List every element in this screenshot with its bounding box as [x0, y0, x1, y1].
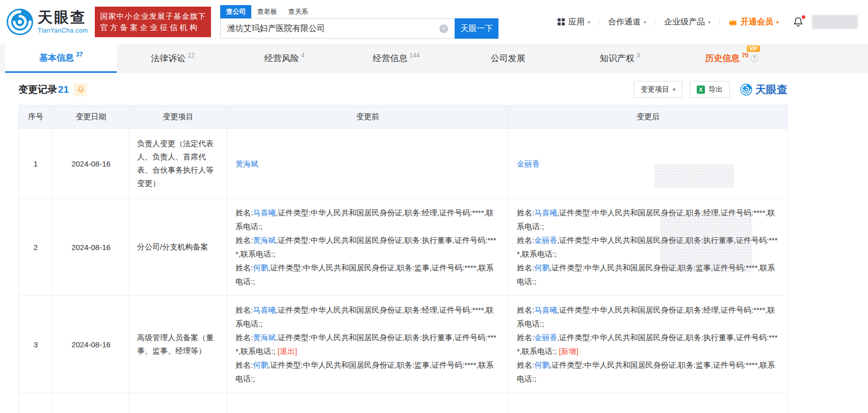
section-title: 变更记录 [18, 83, 57, 96]
text-segment: 姓名: [517, 263, 534, 272]
nav-apps[interactable]: 应用 ▾ [548, 17, 599, 27]
chevron-down-icon: ▾ [776, 19, 779, 25]
person-link[interactable]: 黄海斌 [235, 159, 258, 168]
text-segment: 姓名: [517, 236, 534, 244]
person-link[interactable]: 马喜曦 [253, 208, 276, 217]
top-navigation: 应用 ▾ 合作通道 ▾ 企业级产品 ▾ 开通会员 ▾ [548, 17, 787, 27]
tab-intellectual-property[interactable]: 知识产权 3 [564, 44, 675, 73]
text-segment: ,证件类型:中华人民共和国居民身份证,职务:监事,证件号码:****,联系电话:… [517, 263, 775, 286]
cell-no: 3 [19, 296, 53, 393]
person-record-line: 姓名:黄海斌,证件类型:中华人民共和国居民身份证,职务:执行董事,证件号码:**… [235, 331, 500, 358]
tab-business-risk[interactable]: 经营风险 4 [229, 44, 340, 73]
nav-cooperation[interactable]: 合作通道 ▾ [599, 17, 655, 27]
person-record-line: 黄海斌 [235, 157, 500, 171]
text-segment: 姓名: [235, 208, 253, 217]
search-tab-company[interactable]: 查公司 [220, 5, 251, 18]
cell-after: 姓名:马喜曦,证件类型:中华人民共和国居民身份证,职务:经理,证件号码:****… [509, 199, 788, 296]
tab-count: 37 [76, 51, 83, 58]
person-record-line: 姓名:黄海斌,证件类型:中华人民共和国居民身份证,职务:执行董事,证件号码:**… [235, 233, 500, 261]
section-count: 21 [58, 84, 69, 95]
apps-grid-icon [557, 18, 565, 26]
certification-badge-line2: 官方备案企业征信机构 [100, 22, 206, 33]
table-row: 22024-08-16分公司/分支机构备案姓名:马喜曦,证件类型:中华人民共和国… [19, 199, 788, 296]
tab-history-info[interactable]: VIP 历史信息 70 ? [676, 44, 787, 73]
tab-legal-litigation[interactable]: 法律诉讼 12 [117, 44, 228, 73]
person-link[interactable]: 金丽香 [534, 236, 557, 244]
person-link[interactable]: 马喜曦 [534, 208, 557, 217]
tab-count: 12 [188, 52, 194, 59]
change-record-section-head: 变更记录 21 变更项目 ▾ X 导出 天眼查 [0, 73, 868, 105]
tianyancha-logo-icon [6, 8, 34, 36]
text-segment: 姓名: [235, 306, 253, 314]
text-segment: 姓名: [235, 333, 253, 342]
tab-company-development[interactable]: 公司发展 [452, 44, 564, 73]
search-tab-boss[interactable]: 查老板 [251, 5, 282, 18]
person-record-line: 姓名:马喜曦,证件类型:中华人民共和国居民身份证,职务:经理,证件号码:****… [235, 303, 500, 331]
cell-date: 2024-08-16 [53, 129, 129, 199]
person-link[interactable]: 何鹏 [253, 361, 268, 369]
tab-business-info[interactable]: 经营信息 144 [340, 44, 452, 73]
text-segment: 姓名: [235, 361, 253, 369]
nav-open-vip[interactable]: 开通会员 ▾ [720, 17, 787, 27]
cell-date: 2024-08-16 [53, 296, 129, 393]
vip-badge: VIP [747, 45, 760, 52]
col-header-no: 序号 [19, 105, 53, 129]
change-item-filter-button[interactable]: 变更项目 ▾ [634, 81, 682, 98]
text-segment: ,证件类型:中华人民共和国居民身份证,职务:监事,证件号码:****,联系电话:… [517, 361, 775, 383]
cell-before: 姓名:马喜曦,证件类型:中华人民共和国居民身份证,职务:经理,证件号码:****… [227, 296, 509, 393]
cell-no: 1 [19, 129, 53, 199]
table-row: 32024-08-16高级管理人员备案（董事、监事、经理等）姓名:马喜曦,证件类… [19, 296, 788, 393]
tianyancha-logo[interactable]: 天眼查 TianYanCha.com [6, 8, 88, 36]
question-icon[interactable]: ? [751, 54, 758, 62]
table-row: 12024-08-16负责人变更（法定代表人、负责人、首席代表、合伙事务执行人等… [19, 129, 788, 199]
col-header-date: 变更日期 [53, 105, 129, 129]
change-status-tag: [退出] [278, 347, 297, 355]
search-input[interactable] [220, 18, 455, 39]
subscribe-bell-icon[interactable] [74, 83, 87, 96]
person-link[interactable]: 何鹏 [534, 263, 549, 272]
text-segment: 姓名: [517, 333, 534, 342]
notification-dot [802, 15, 805, 19]
search-area: 查公司 查老板 查关系 × 天眼一下 [220, 5, 498, 39]
person-link[interactable]: 马喜曦 [253, 306, 276, 314]
logo-brand-text: 天眼查 [38, 10, 88, 26]
col-header-item: 变更项目 [129, 105, 227, 129]
cell-item: 高级管理人员备案（董事、监事、经理等） [129, 296, 227, 393]
crown-icon [728, 18, 738, 25]
tianyancha-logo-icon [740, 84, 752, 96]
certification-badge: 国家中小企业发展子基金旗下 官方备案企业征信机构 [95, 7, 211, 37]
search-button[interactable]: 天眼一下 [455, 18, 498, 39]
cell-item: 分公司/分支机构备案 [129, 199, 227, 296]
person-link[interactable]: 马喜曦 [534, 306, 557, 314]
person-record-line: 姓名:何鹏,证件类型:中华人民共和国居民身份证,职务:监事,证件号码:****,… [517, 358, 779, 386]
person-link[interactable]: 金丽香 [534, 333, 557, 342]
person-link[interactable]: 金丽香 [517, 159, 540, 168]
person-record-line: 姓名:何鹏,证件类型:中华人民共和国居民身份证,职务:监事,证件号码:****,… [235, 261, 500, 288]
tab-basic-info[interactable]: 基本信息 37 [5, 44, 117, 73]
person-record-line: 姓名:金丽香,证件类型:中华人民共和国居民身份证,职务:执行董事,证件号码:**… [517, 331, 779, 358]
notification-bell-icon[interactable] [793, 16, 804, 27]
cell-item: 负责人变更（法定代表人、负责人、首席代表、合伙事务执行人等变更） [129, 129, 227, 199]
excel-icon: X [697, 86, 705, 94]
cell-before: 黄海斌 [227, 129, 509, 199]
table-row-partial [19, 393, 788, 413]
person-record-line: 金丽香 [517, 157, 779, 171]
text-segment: 姓名: [235, 236, 253, 244]
chevron-down-icon: ▾ [673, 87, 675, 92]
search-tab-relation[interactable]: 查关系 [282, 5, 313, 18]
person-record-line: 姓名:金丽香,证件类型:中华人民共和国居民身份证,职务:执行董事,证件号码:**… [517, 233, 779, 261]
export-button[interactable]: X 导出 [690, 81, 730, 98]
chevron-down-icon: ▾ [644, 19, 646, 25]
tianyancha-watermark-logo: 天眼查 [740, 82, 787, 97]
user-avatar[interactable] [812, 15, 858, 29]
chevron-down-icon: ▾ [708, 19, 711, 25]
cell-no: 2 [19, 199, 53, 296]
tab-count: 4 [301, 52, 305, 59]
person-link[interactable]: 黄海斌 [253, 236, 276, 244]
nav-enterprise-products[interactable]: 企业级产品 ▾ [655, 17, 719, 27]
person-link[interactable]: 何鹏 [534, 361, 549, 369]
person-link[interactable]: 黄海斌 [253, 333, 276, 342]
company-tabbar: 基本信息 37 法律诉讼 12 经营风险 4 经营信息 144 公司发展 知识产… [0, 44, 868, 73]
person-record-line: 姓名:何鹏,证件类型:中华人民共和国居民身份证,职务:监事,证件号码:****,… [517, 261, 779, 288]
person-link[interactable]: 何鹏 [253, 263, 268, 272]
